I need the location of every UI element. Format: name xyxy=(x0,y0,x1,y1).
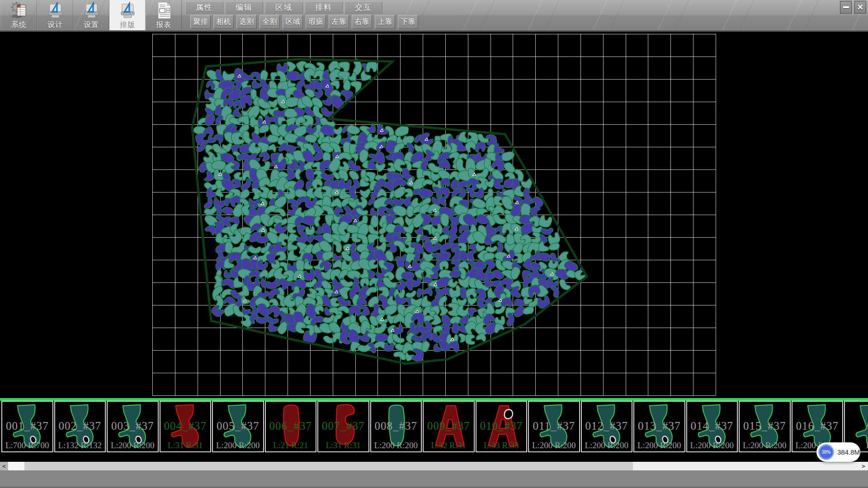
action-button-snap-bottom[interactable]: 下靠 xyxy=(398,15,418,29)
menu-tab-interact[interactable]: 交互 xyxy=(344,1,382,14)
piece-name-label: 001_#37 xyxy=(2,420,52,432)
menu-tab-nesting[interactable]: 排料 xyxy=(305,1,343,14)
piece-name-label: 0 xyxy=(845,420,868,432)
piece-thumbnail[interactable]: 010_#37 L:33 R:33 xyxy=(476,401,528,452)
piece-lr-count-label: L:200 R:200 xyxy=(371,441,421,450)
action-button-defect[interactable]: 瑕疵 xyxy=(306,15,326,29)
piece-lr-count-label: L:31 R:31 xyxy=(318,441,368,450)
scroll-left-arrow[interactable]: < xyxy=(0,462,8,470)
piece-name-label: 004_#37 xyxy=(160,420,211,432)
piece-lr-count-label: L:200 R:200 xyxy=(687,441,737,450)
action-button-cluster-nest[interactable]: 聚排 xyxy=(190,15,211,29)
piece-thumbnail[interactable]: 012_#37 L:200 R:200 xyxy=(581,401,633,452)
horizontal-scrollbar[interactable]: < > xyxy=(0,462,868,470)
memory-size-text: 384.8M xyxy=(837,448,860,456)
status-bar xyxy=(0,470,868,488)
action-button-snap-left[interactable]: 左靠 xyxy=(329,15,349,29)
nesting-canvas[interactable] xyxy=(0,32,868,398)
piece-lr-count-label: L:200 R:200 xyxy=(582,441,632,450)
system-gear-icon xyxy=(10,1,28,19)
piece-thumbnail[interactable]: 005_#37 L:200 R:200 xyxy=(212,401,264,452)
piece-lr-count-label: L:200 R:200 xyxy=(634,441,684,450)
menu-tab-edit[interactable]: 编辑 xyxy=(225,1,263,14)
piece-thumbnail-strip: 001_#37 L:700 R:700 002_#37 L:132 R:132 … xyxy=(0,398,868,462)
piece-lr-count-label: L:200 R:200 xyxy=(108,441,158,450)
piece-thumbnail[interactable]: 004_#37 L:31 R:31 xyxy=(160,401,212,452)
piece-thumbnail[interactable]: 014_#37 L:200 R:200 xyxy=(686,401,738,452)
piece-thumbnail[interactable]: 011_#37 L:200 R:200 xyxy=(528,401,580,452)
piece-thumbnail[interactable]: 003_#37 L:200 R:200 xyxy=(107,401,159,452)
piece-thumbnail[interactable]: 006_#37 L:21 R:21 xyxy=(265,401,317,452)
piece-name-label: 011_#37 xyxy=(529,420,579,432)
toolbar-button-design[interactable]: 设计 xyxy=(37,0,73,30)
action-button-camera[interactable]: 相机 xyxy=(213,15,234,29)
memory-percent-indicator: 38% xyxy=(818,444,834,460)
scrollbar-thumb[interactable] xyxy=(8,462,24,470)
piece-thumbnail[interactable]: 008_#37 L:200 R:200 xyxy=(370,401,422,452)
window-controls: × xyxy=(840,1,866,14)
piece-name-label: 002_#37 xyxy=(55,420,105,432)
scroll-right-arrow[interactable]: > xyxy=(859,462,868,470)
piece-lr-count-label: L:32 R:31 xyxy=(424,441,474,450)
close-button[interactable]: × xyxy=(854,1,866,14)
piece-name-label: 014_#37 xyxy=(687,420,737,432)
piece-thumbnail[interactable]: 015_#37 L:200 R:200 xyxy=(739,401,791,452)
minimize-icon xyxy=(843,6,849,8)
piece-lr-count-label: L:200 R:200 xyxy=(213,441,263,450)
minimize-button[interactable] xyxy=(840,1,852,14)
piece-thumbnail[interactable]: 007_#37 L:31 R:31 xyxy=(317,401,369,452)
memory-usage-badge: 38% 384.8M xyxy=(816,442,860,462)
piece-name-label: 015_#37 xyxy=(740,420,790,432)
titlebar: 系统 设计 设置 排版 报表 属性编辑区域排料交互 聚排相机选割全割区域瑕疵左靠… xyxy=(0,0,868,32)
toolbar-button-report[interactable]: 报表 xyxy=(146,0,182,30)
piece-name-label: 006_#37 xyxy=(266,420,316,432)
memory-percent-text: 38% xyxy=(821,450,830,455)
action-button-snap-right[interactable]: 右靠 xyxy=(352,15,372,29)
piece-lr-count-label: L:700 R:700 xyxy=(2,441,52,450)
piece-lr-count-label: L:132 R:132 xyxy=(55,441,105,450)
piece-thumbnail[interactable]: 013_#37 L:200 R:200 xyxy=(633,401,685,452)
piece-lr-count-label: L:21 R:21 xyxy=(266,441,316,450)
piece-name-label: 010_#37 xyxy=(476,420,527,432)
scrollbar-track-light xyxy=(633,462,868,470)
menu-tab-row: 属性编辑区域排料交互 xyxy=(185,1,382,14)
piece-name-label: 012_#37 xyxy=(582,420,632,432)
design-ruler-icon xyxy=(47,1,64,19)
close-icon: × xyxy=(858,3,863,12)
piece-lr-count-label: L:200 R:200 xyxy=(740,441,790,450)
piece-name-label: 013_#37 xyxy=(634,420,684,432)
piece-name-label: 016_#37 xyxy=(793,420,843,432)
piece-thumbnail[interactable]: 002_#37 L:132 R:132 xyxy=(54,401,106,452)
piece-lr-count-label: L:200 R:200 xyxy=(529,441,579,450)
toolbar-button-system[interactable]: 系统 xyxy=(1,0,37,30)
piece-name-label: 007_#37 xyxy=(318,420,368,432)
main-toolbar: 系统 设计 设置 排版 报表 xyxy=(1,0,182,30)
report-doc-icon xyxy=(155,1,172,19)
layout-ruler-icon xyxy=(119,1,136,19)
toolbar-button-layout[interactable]: 排版 xyxy=(109,0,146,30)
piece-name-label: 005_#37 xyxy=(213,420,263,432)
piece-thumbnail[interactable]: 009_#37 L:32 R:31 xyxy=(423,401,475,452)
piece-name-label: 003_#37 xyxy=(108,420,158,432)
action-button-snap-top[interactable]: 上靠 xyxy=(375,15,395,29)
menu-tab-properties[interactable]: 属性 xyxy=(185,1,223,14)
settings-ruler-icon xyxy=(83,1,100,19)
application-window: 系统 设计 设置 排版 报表 属性编辑区域排料交互 聚排相机选割全割区域瑕疵左靠… xyxy=(0,0,868,488)
thumbnail-cells: 001_#37 L:700 R:700 002_#37 L:132 R:132 … xyxy=(1,401,868,452)
action-button-cut-all[interactable]: 全割 xyxy=(259,15,280,29)
piece-lr-count-label: L:33 R:33 xyxy=(476,441,527,450)
piece-name-label: 008_#37 xyxy=(371,420,421,432)
piece-lr-count-label: L:31 R:31 xyxy=(160,441,211,450)
action-button-row: 聚排相机选割全割区域瑕疵左靠右靠上靠下靠 xyxy=(190,15,418,29)
toolbar-button-settings[interactable]: 设置 xyxy=(73,0,109,30)
piece-thumbnail[interactable]: 001_#37 L:700 R:700 xyxy=(1,401,53,452)
piece-name-label: 009_#37 xyxy=(424,420,474,432)
action-button-select-cut[interactable]: 选割 xyxy=(236,15,257,29)
action-button-region[interactable]: 区域 xyxy=(283,15,303,29)
menu-tab-region[interactable]: 区域 xyxy=(265,1,303,14)
